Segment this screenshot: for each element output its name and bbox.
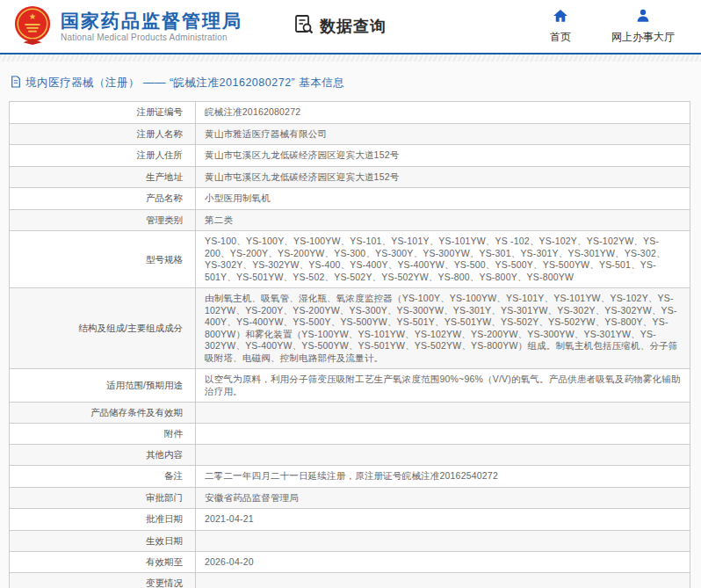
row-value: 安徽省药品监督管理局 bbox=[196, 487, 690, 509]
info-table-body: 注册证编号皖械注准20162080272注册人名称黄山市雅适医疗器械有限公司注册… bbox=[10, 102, 690, 588]
row-label: 备注 bbox=[10, 466, 196, 488]
row-label: 产品储存条件及有效期 bbox=[10, 403, 196, 424]
row-label: 管理类别 bbox=[10, 209, 196, 231]
row-label: 生效日期 bbox=[10, 530, 196, 551]
nav-home[interactable]: 首页 bbox=[550, 8, 571, 45]
row-value bbox=[196, 403, 690, 424]
table-row: 其他内容 bbox=[10, 445, 690, 466]
row-label: 审批部门 bbox=[10, 487, 196, 509]
row-value: 黄山市屯溪区九龙低碳经济园区迎宾大道152号 bbox=[196, 166, 690, 188]
row-value: 以空气为原料，利用分子筛变压吸附工艺生产氧浓度范围90%~96%（V/V)的氧气… bbox=[196, 369, 690, 403]
table-row: 生效日期 bbox=[10, 530, 690, 551]
table-row: 产品储存条件及有效期 bbox=[10, 403, 690, 424]
row-value: 黄山市雅适医疗器械有限公司 bbox=[196, 123, 690, 145]
row-label: 附件 bbox=[10, 424, 196, 445]
table-row: 型号规格YS-100、YS-100Y、YS-100YW、YS-101、YS-10… bbox=[10, 231, 690, 288]
row-label: 注册人住所 bbox=[10, 145, 196, 167]
home-icon bbox=[553, 8, 568, 27]
person-icon bbox=[635, 8, 651, 27]
main-content: 境内医疗器械（注册） —— “皖械注准20162080272” 基本信息 注册证… bbox=[0, 62, 701, 588]
row-label: 适用范围/预期用途 bbox=[10, 369, 196, 403]
row-value: 2021-04-21 bbox=[196, 509, 690, 531]
row-label: 其他内容 bbox=[10, 445, 196, 466]
row-value: YS-100、YS-100Y、YS-100YW、YS-101、YS-101Y、Y… bbox=[196, 231, 690, 288]
table-row: 备注二零二一年四月二十一日延续注册，原注册证号皖械注准20162540272 bbox=[10, 466, 690, 488]
row-value bbox=[196, 530, 690, 551]
row-value: 由制氧主机、吸氧管、湿化瓶、氧浓度监控器（YS-100Y、YS-100YW、YS… bbox=[196, 288, 690, 369]
nav-online-service-hall[interactable]: 网上办事大厅 bbox=[611, 8, 675, 45]
table-row: 注册人名称黄山市雅适医疗器械有限公司 bbox=[10, 123, 690, 145]
row-label: 批准日期 bbox=[10, 509, 196, 531]
site-logo: ★ 国家药品监督管理局 National Medical Products Ad… bbox=[12, 4, 242, 48]
org-name-en: National Medical Products Administration bbox=[61, 33, 242, 42]
row-label: 产品名称 bbox=[10, 188, 196, 210]
breadcrumb: 境内医疗器械（注册） —— “皖械注准20162080272” 基本信息 bbox=[11, 76, 690, 91]
header-nav: 首页 网上办事大厅 bbox=[550, 8, 675, 45]
table-row: 批准日期2021-04-21 bbox=[10, 509, 690, 531]
row-label: 有效期至 bbox=[10, 551, 196, 573]
row-label: 生产地址 bbox=[10, 166, 196, 188]
row-value: 第二类 bbox=[196, 209, 690, 231]
table-row: 审批部门安徽省药品监督管理局 bbox=[10, 487, 690, 509]
row-label: 注册证编号 bbox=[10, 102, 196, 124]
row-value bbox=[196, 573, 690, 588]
info-table: 注册证编号皖械注准20162080272注册人名称黄山市雅适医疗器械有限公司注册… bbox=[9, 101, 690, 588]
table-row: 变更情况 bbox=[10, 573, 690, 588]
data-query-title: 数据查询 bbox=[320, 16, 387, 37]
page-file-icon bbox=[11, 76, 21, 91]
nav-home-label: 首页 bbox=[550, 30, 571, 45]
document-search-icon bbox=[293, 14, 314, 39]
table-row: 生产地址黄山市屯溪区九龙低碳经济园区迎宾大道152号 bbox=[10, 166, 690, 188]
page-header: ★ 国家药品监督管理局 National Medical Products Ad… bbox=[0, 0, 701, 54]
table-row: 适用范围/预期用途以空气为原料，利用分子筛变压吸附工艺生产氧浓度范围90%~96… bbox=[10, 369, 690, 403]
nav-hall-label: 网上办事大厅 bbox=[611, 30, 675, 45]
decor-strip bbox=[0, 54, 701, 62]
breadcrumb-text: 境内医疗器械（注册） —— “皖械注准20162080272” 基本信息 bbox=[25, 76, 344, 91]
row-value: 2026-04-20 bbox=[196, 551, 690, 573]
row-label: 型号规格 bbox=[10, 231, 196, 288]
table-row: 产品名称小型医用制氧机 bbox=[10, 188, 690, 210]
table-row: 注册证编号皖械注准20162080272 bbox=[10, 102, 690, 124]
row-label: 变更情况 bbox=[10, 573, 196, 588]
table-row: 结构及组成/主要组成成分由制氧主机、吸氧管、湿化瓶、氧浓度监控器（YS-100Y… bbox=[10, 288, 690, 369]
national-emblem-icon: ★ bbox=[12, 4, 53, 48]
row-label: 结构及组成/主要组成成分 bbox=[10, 288, 196, 369]
data-query-section[interactable]: 数据查询 bbox=[293, 14, 387, 39]
row-label: 注册人名称 bbox=[10, 123, 196, 145]
table-row: 附件 bbox=[10, 424, 690, 445]
svg-text:★: ★ bbox=[29, 11, 37, 21]
row-value: 黄山市屯溪区九龙低碳经济园区迎宾大道152号 bbox=[196, 145, 690, 167]
row-value: 皖械注准20162080272 bbox=[196, 102, 690, 124]
row-value bbox=[196, 424, 690, 445]
table-row: 有效期至2026-04-20 bbox=[10, 551, 690, 573]
org-name: 国家药品监督管理局 bbox=[61, 11, 242, 32]
table-row: 注册人住所黄山市屯溪区九龙低碳经济园区迎宾大道152号 bbox=[10, 145, 690, 167]
row-value: 小型医用制氧机 bbox=[196, 188, 690, 210]
table-row: 管理类别第二类 bbox=[10, 209, 690, 231]
row-value: 二零二一年四月二十一日延续注册，原注册证号皖械注准20162540272 bbox=[196, 466, 690, 488]
row-value bbox=[196, 445, 690, 466]
